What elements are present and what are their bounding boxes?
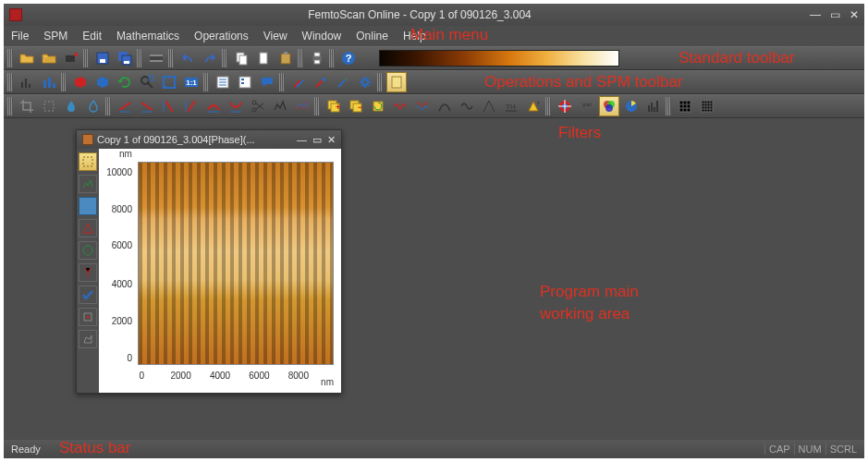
image-child-window[interactable]: Copy 1 of 090126_3.004[Phase](... — ▭ ✕	[76, 129, 342, 394]
drop-icon[interactable]	[61, 96, 81, 116]
menu-spm[interactable]: SPM	[43, 30, 67, 43]
layer-sub-icon[interactable]: −	[346, 96, 366, 116]
child-minimize-button[interactable]: —	[297, 134, 307, 145]
bars2-icon[interactable]	[643, 96, 664, 116]
menu-online[interactable]: Online	[356, 30, 388, 43]
copy-button[interactable]	[231, 48, 251, 68]
histogram-icon[interactable]	[17, 72, 37, 92]
level-y1-icon[interactable]	[159, 96, 179, 116]
close-button[interactable]: ✕	[850, 8, 859, 21]
child-close-button[interactable]: ✕	[327, 134, 336, 146]
level-y2-icon[interactable]	[181, 96, 202, 116]
toolbar-grip[interactable]	[105, 97, 111, 116]
chat-icon[interactable]	[257, 72, 277, 92]
layer-add-icon[interactable]: +	[324, 96, 344, 116]
grid2-icon[interactable]	[697, 96, 717, 116]
redo-button[interactable]	[200, 48, 220, 68]
layer-rot-icon[interactable]	[368, 96, 388, 116]
open-button[interactable]	[17, 48, 37, 68]
toolbar-grip[interactable]	[7, 49, 13, 67]
th-icon[interactable]: TH	[501, 96, 521, 116]
movie-button[interactable]	[146, 48, 166, 68]
scan-image[interactable]	[138, 162, 334, 365]
tool-triangle-icon[interactable]	[79, 219, 97, 237]
tool-poly-icon[interactable]	[79, 330, 97, 348]
angle-icon[interactable]	[479, 96, 499, 116]
scissors-icon[interactable]	[248, 96, 268, 116]
pie-icon[interactable]	[621, 96, 642, 116]
probe3-icon[interactable]	[333, 72, 353, 92]
select-icon[interactable]	[39, 96, 59, 116]
menu-operations[interactable]: Operations	[194, 30, 249, 43]
toolbar-grip[interactable]	[61, 73, 67, 91]
menu-help[interactable]: Help	[403, 30, 426, 43]
crop-icon[interactable]	[17, 96, 37, 116]
tool-blue-icon[interactable]	[79, 197, 97, 215]
wave-multi-icon[interactable]	[412, 96, 433, 116]
help-button[interactable]: ?	[338, 48, 359, 68]
menu-window[interactable]: Window	[302, 30, 342, 43]
menu-file[interactable]: File	[11, 30, 29, 43]
child-maximize-button[interactable]: ▭	[312, 134, 322, 146]
fit-window-icon[interactable]	[159, 72, 179, 92]
zoom-region-icon[interactable]	[137, 72, 157, 92]
open-recent-button[interactable]	[39, 48, 59, 68]
profile-icon[interactable]	[270, 96, 290, 116]
minimize-button[interactable]: —	[810, 8, 821, 21]
print-button[interactable]	[307, 48, 327, 68]
tool-fork-icon[interactable]	[79, 263, 97, 282]
cube-red-icon[interactable]	[70, 72, 91, 92]
toolbar-grip[interactable]	[137, 49, 142, 67]
toolbar-grip[interactable]	[545, 97, 551, 116]
record-button[interactable]	[61, 48, 81, 68]
level-c1-icon[interactable]	[203, 96, 224, 116]
level-x2-icon[interactable]	[137, 96, 157, 116]
menu-view[interactable]: View	[263, 30, 287, 43]
toolbar-grip[interactable]	[168, 49, 174, 67]
copy-page-button[interactable]	[253, 48, 274, 68]
save-button[interactable]	[92, 48, 113, 68]
tool-select-rect-icon[interactable]	[79, 152, 97, 171]
toolbar-grip[interactable]	[203, 73, 209, 91]
tool-check-icon[interactable]	[79, 286, 97, 304]
tool-circle-icon[interactable]	[79, 241, 97, 260]
toolbar-grip[interactable]	[314, 97, 320, 116]
undo-button[interactable]	[177, 48, 198, 68]
rgb-circle-icon[interactable]	[599, 96, 619, 116]
toolbar-grip[interactable]	[279, 73, 285, 91]
toolbar-grip[interactable]	[377, 73, 383, 91]
note-icon[interactable]	[386, 72, 407, 92]
menu-edit[interactable]: Edit	[82, 30, 102, 43]
curve1-icon[interactable]	[434, 96, 455, 116]
save-all-button[interactable]	[115, 48, 135, 68]
menu-mathematics[interactable]: Mathematics	[116, 30, 179, 43]
level-c2-icon[interactable]	[226, 96, 246, 116]
tool-marker-icon[interactable]	[79, 308, 97, 326]
target-icon[interactable]	[555, 96, 575, 116]
profile-multi-icon[interactable]	[292, 96, 312, 116]
toolbar-grip[interactable]	[666, 97, 671, 116]
toolbar-grip[interactable]	[298, 49, 303, 67]
level-x1-icon[interactable]	[115, 96, 135, 116]
toolbar-grip[interactable]	[7, 73, 13, 91]
toolbar-grip[interactable]	[329, 49, 335, 67]
list-icon[interactable]	[213, 72, 233, 92]
bars-icon[interactable]	[39, 72, 59, 92]
maximize-button[interactable]: ▭	[830, 8, 840, 21]
one-to-one-icon[interactable]: 1:1	[181, 72, 202, 92]
toolbar-grip[interactable]	[7, 97, 13, 116]
triangle-z-icon[interactable]: z	[523, 96, 544, 116]
tool-graph-icon[interactable]	[79, 175, 97, 193]
toolbar-grip[interactable]	[83, 49, 89, 67]
probe1-icon[interactable]	[288, 72, 309, 92]
wave-red-icon[interactable]	[390, 96, 410, 116]
gear-icon[interactable]	[355, 72, 375, 92]
curve2-icon[interactable]	[457, 96, 477, 116]
form-icon[interactable]	[235, 72, 255, 92]
toolbar-grip[interactable]	[222, 49, 227, 67]
probe2-icon[interactable]	[311, 72, 331, 92]
grid-icon[interactable]	[675, 96, 695, 116]
paste-button[interactable]	[275, 48, 296, 68]
cube-blue-icon[interactable]	[92, 72, 113, 92]
grad-icon[interactable]: grad	[577, 96, 597, 116]
